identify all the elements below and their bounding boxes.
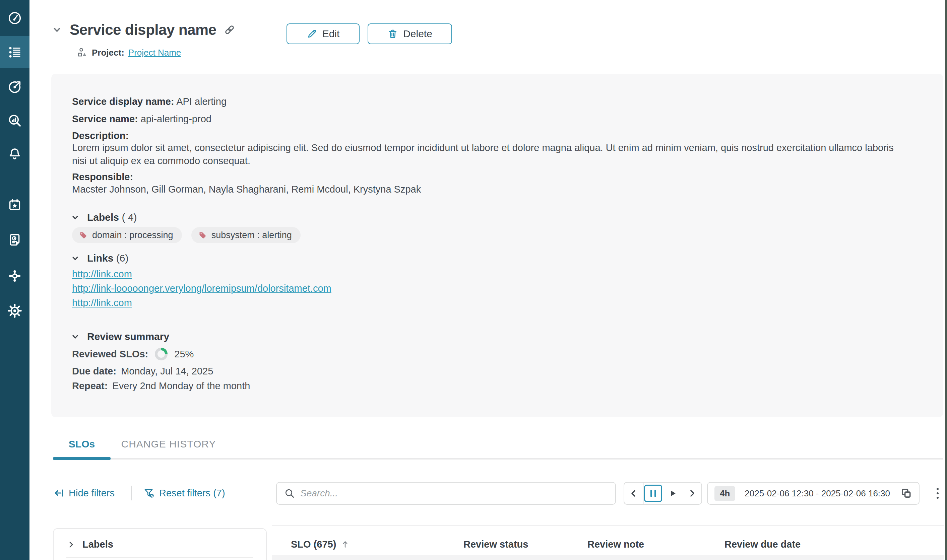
sidebar-item-dashboard[interactable] xyxy=(0,2,29,34)
service-name-row: Service name: api-alerting-prod xyxy=(72,113,211,125)
tab-change-history[interactable]: CHANGE HISTORY xyxy=(111,436,226,452)
play-icon xyxy=(668,488,678,498)
pause-button[interactable] xyxy=(644,483,663,504)
sidebar-item-analyze[interactable] xyxy=(0,105,29,137)
sidebar-item-objectives[interactable] xyxy=(0,71,29,103)
column-header-review-status[interactable]: Review status xyxy=(463,536,528,552)
copy-icon xyxy=(900,487,912,499)
reviewed-slos-row: Reviewed SLOs: 25% xyxy=(72,348,194,360)
service-link-url[interactable]: http://link.com xyxy=(72,297,132,308)
column-header-review-due-date[interactable]: Review due date xyxy=(724,536,801,552)
bell-icon xyxy=(8,147,22,161)
edit-button-label: Edit xyxy=(322,28,340,40)
page-header: Service display name xyxy=(51,19,236,41)
reset-filters-button[interactable]: Reset filters (7) xyxy=(143,484,225,502)
sidebar-item-alerts[interactable] xyxy=(0,138,29,170)
label-chip[interactable]: subsystem : alerting xyxy=(191,227,300,243)
list-icon xyxy=(8,45,22,59)
hide-filters-label: Hide filters xyxy=(69,488,115,499)
search-input[interactable] xyxy=(300,488,608,499)
hide-filters-button[interactable]: Hide filters xyxy=(54,484,115,502)
sidebar-item-events[interactable] xyxy=(0,189,29,221)
description-label: Description: xyxy=(72,130,129,141)
tab-track xyxy=(53,458,943,460)
label-chip-text: domain : processing xyxy=(92,230,173,240)
window-edge xyxy=(945,0,947,560)
slo-search xyxy=(276,482,616,505)
play-button[interactable] xyxy=(663,483,682,504)
labels-filter-toggle[interactable]: Labels xyxy=(54,529,266,550)
project-name-link[interactable]: Project Name xyxy=(128,48,181,58)
chevron-right-icon xyxy=(687,488,697,498)
time-back-button[interactable] xyxy=(624,483,644,504)
display-name-row: Service display name: API alerting xyxy=(72,95,226,108)
chevron-right-icon xyxy=(66,540,76,549)
due-date-row: Due date: Monday, Jul 14, 2025 xyxy=(72,366,213,377)
sidebar-item-catalog[interactable] xyxy=(0,36,29,68)
label-chip-text: subsystem : alerting xyxy=(211,230,292,240)
tab-active-indicator xyxy=(53,457,111,460)
calendar-star-icon xyxy=(8,198,22,212)
panel-divider xyxy=(66,557,253,558)
trash-icon xyxy=(387,28,398,39)
service-link: http://link-looooonger.verylong/loremips… xyxy=(72,282,331,294)
edit-button[interactable]: Edit xyxy=(286,23,360,44)
time-forward-button[interactable] xyxy=(682,483,701,504)
repeat-label: Repeat: xyxy=(72,380,108,392)
column-header-slo[interactable]: SLO (675) xyxy=(291,536,350,552)
toolbar-divider xyxy=(131,486,132,500)
copy-range-button[interactable] xyxy=(900,487,912,499)
chevron-left-icon xyxy=(629,488,639,498)
labels-section-header[interactable]: Labels ( 4) xyxy=(71,212,137,223)
repeat-value: Every 2nd Monday of the month xyxy=(112,380,250,392)
time-nav-group xyxy=(624,482,702,505)
service-link: http://link.com xyxy=(72,268,132,280)
due-date-label: Due date: xyxy=(72,366,116,377)
sidebar-item-integrations[interactable] xyxy=(0,260,29,292)
chevron-down-icon xyxy=(71,254,80,263)
table-row xyxy=(272,555,944,560)
sidebar-item-settings[interactable] xyxy=(0,295,29,327)
pause-icon xyxy=(644,485,662,502)
sidebar-item-reports[interactable] xyxy=(0,224,29,256)
project-row: Project: Project Name xyxy=(77,46,181,59)
sidebar xyxy=(0,0,29,560)
sort-arrow-up-icon xyxy=(340,539,350,549)
review-section-header[interactable]: Review summary xyxy=(71,331,169,342)
project-label: Project: xyxy=(92,48,124,58)
column-header-review-note[interactable]: Review note xyxy=(587,536,644,552)
label-chip[interactable]: domain : processing xyxy=(72,227,182,243)
labels-filter-panel: Labels xyxy=(53,528,267,560)
responsible-label-row: Responsible: xyxy=(72,171,133,183)
permalink-chain-icon[interactable] xyxy=(223,23,236,36)
display-name-label: Service display name: xyxy=(72,96,174,107)
service-details-card: Service display name: API alerting Servi… xyxy=(51,74,943,417)
service-name-value: api-alerting-prod xyxy=(141,114,211,124)
responsible-label: Responsible: xyxy=(72,171,133,182)
responsible-value: Macster Johnson, Gill Gorman, Nayla Shag… xyxy=(72,183,421,195)
service-link-url[interactable]: http://link.com xyxy=(72,269,132,279)
reset-filters-label: Reset filters (7) xyxy=(159,488,225,499)
collapse-chevron-down-icon[interactable] xyxy=(51,24,63,36)
time-range-picker[interactable]: 4h 2025-02-06 12:30 - 2025-02-06 16:30 xyxy=(707,482,919,505)
search-icon xyxy=(284,488,295,499)
more-options-button[interactable] xyxy=(931,485,944,502)
links-section-header[interactable]: Links (6) xyxy=(71,252,128,264)
tag-icon xyxy=(198,231,207,240)
service-link: http://link.com xyxy=(72,297,132,309)
delete-button[interactable]: Delete xyxy=(368,23,452,44)
page-title: Service display name xyxy=(70,22,217,38)
delete-button-label: Delete xyxy=(403,28,432,40)
gear-icon xyxy=(8,304,22,318)
repeat-row: Repeat: Every 2nd Monday of the month xyxy=(72,380,250,392)
collapse-left-icon xyxy=(54,488,64,498)
description-label-row: Description: xyxy=(72,129,129,142)
search-chart-icon xyxy=(8,114,22,128)
service-link-url[interactable]: http://link-looooonger.verylong/loremips… xyxy=(72,283,331,294)
target-icon xyxy=(8,80,22,94)
column-header-label: SLO (675) xyxy=(291,539,336,550)
filter-reset-icon xyxy=(143,487,155,499)
tab-slos[interactable]: SLOs xyxy=(53,436,111,452)
pencil-icon xyxy=(306,28,317,39)
hub-icon xyxy=(8,269,22,283)
